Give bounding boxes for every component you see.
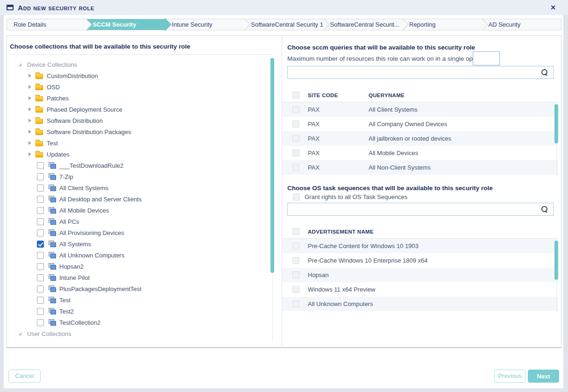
collection-checkbox[interactable]: [37, 173, 44, 180]
collection-checkbox[interactable]: [37, 308, 44, 315]
task-row[interactable]: Pre-Cache Windows 10 Enterprise 1809 x64: [283, 253, 558, 268]
collection-checkbox[interactable]: [37, 319, 44, 326]
tree-collection-row[interactable]: TestCollection2: [7, 317, 269, 328]
tree-folder-row[interactable]: Updates: [7, 149, 269, 160]
tree-folder-label: CustomDistribution: [47, 72, 98, 79]
collection-checkbox[interactable]: [37, 285, 44, 292]
query-row-checkbox[interactable]: [292, 150, 299, 157]
max-resources-input[interactable]: [473, 51, 500, 65]
search-icon[interactable]: [541, 206, 548, 214]
collection-checkbox[interactable]: [37, 218, 44, 225]
task-row-checkbox[interactable]: [292, 271, 299, 278]
tree-collection-row[interactable]: Test: [7, 294, 269, 306]
query-row[interactable]: PAX All Company Owned Devices: [283, 117, 558, 131]
query-row-checkbox[interactable]: [292, 106, 299, 113]
tree-collection-row[interactable]: 7-Zip: [7, 171, 269, 182]
tree-collection-row[interactable]: ___TestDownloadRule2: [7, 160, 269, 171]
tree-folder-row[interactable]: Patches: [7, 93, 269, 104]
task-row-checkbox[interactable]: [292, 286, 299, 293]
caret-collapsed-icon[interactable]: [28, 107, 31, 111]
task-row[interactable]: Pre-Cache Content for Windows 10 1903: [283, 239, 558, 253]
tree-folder-row[interactable]: Phased Deployment Source: [7, 104, 269, 115]
tree-collection-row[interactable]: All Systems: [7, 238, 269, 249]
collection-checkbox[interactable]: [37, 207, 44, 214]
grant-all-checkbox[interactable]: [293, 193, 300, 200]
query-row-checkbox[interactable]: [292, 135, 299, 142]
wizard-tab[interactable]: AD Security: [482, 19, 561, 30]
query-row[interactable]: PAX All jailbroken or rooted devices: [283, 131, 558, 146]
tree-collection-row[interactable]: Intune Pilot: [7, 272, 269, 283]
collection-checkbox[interactable]: [37, 229, 44, 236]
site-code-column-header: SITE CODE: [308, 93, 360, 98]
tree-scrollbar-track[interactable]: [270, 58, 274, 342]
collection-checkbox[interactable]: [37, 252, 44, 259]
wizard-tab-label: SoftwareCentral Security 1: [251, 21, 323, 28]
tasks-scrollbar-thumb[interactable]: [554, 241, 558, 280]
previous-button[interactable]: Previous: [494, 370, 525, 383]
tree-collection-row[interactable]: All Client Systems: [7, 182, 269, 193]
task-row-checkbox[interactable]: [292, 257, 299, 264]
caret-collapsed-icon[interactable]: [28, 85, 31, 89]
tree-folder-row[interactable]: OSD: [7, 81, 269, 93]
wizard-tab[interactable]: Intune Security: [165, 19, 244, 30]
task-row-checkbox[interactable]: [292, 242, 299, 249]
caret-expanded-icon[interactable]: [18, 332, 21, 335]
tasks-search-input[interactable]: [288, 203, 553, 215]
caret-collapsed-icon[interactable]: [28, 74, 31, 78]
tree-collection-row[interactable]: All PCs: [7, 216, 269, 227]
caret-collapsed-icon[interactable]: [28, 130, 31, 134]
tree-collection-row[interactable]: PlusPackagesDeploymentTest: [7, 283, 269, 294]
caret-collapsed-icon[interactable]: [28, 96, 31, 100]
collection-checkbox[interactable]: [37, 196, 44, 203]
collection-checkbox[interactable]: [37, 162, 44, 169]
wizard-tab[interactable]: SCCM Security: [86, 19, 165, 30]
wizard-tab[interactable]: SoftwareCentral Security 1: [244, 19, 323, 30]
grant-all-row[interactable]: Grant rights to all OS Task Sequences: [293, 193, 407, 200]
tree-scrollbar-thumb[interactable]: [270, 58, 274, 273]
wizard-tab[interactable]: SoftwareCentral Securit...: [324, 19, 403, 30]
tree-root-user-collections[interactable]: User Collections: [7, 328, 269, 339]
caret-collapsed-icon[interactable]: [28, 119, 31, 122]
query-row-checkbox[interactable]: [292, 164, 299, 171]
select-all-tasks-checkbox[interactable]: [292, 228, 299, 235]
caret-collapsed-icon[interactable]: [28, 141, 31, 145]
tasks-scrollbar-track[interactable]: [554, 241, 558, 313]
next-button[interactable]: Next: [528, 370, 559, 383]
tree-folder-row[interactable]: Software Distribution: [7, 115, 269, 126]
tree-collection-row[interactable]: All Desktop and Server Clients: [7, 193, 269, 205]
collection-checkbox[interactable]: [37, 263, 44, 270]
tree-root-device-collections[interactable]: Device Collections: [7, 59, 269, 70]
task-row[interactable]: All Unknown Computers: [283, 297, 558, 311]
collection-checkbox[interactable]: [37, 274, 44, 281]
tree-folder-row[interactable]: Test: [7, 137, 269, 149]
query-row[interactable]: PAX All Mobile Devices: [283, 146, 558, 160]
wizard-tab-label: Role Details: [14, 21, 46, 28]
tree-folder-row[interactable]: CustomDistribution: [7, 70, 269, 81]
select-all-queries-checkbox[interactable]: [292, 92, 299, 99]
caret-collapsed-icon[interactable]: [28, 152, 31, 156]
tree-collection-row[interactable]: All Mobile Devices: [7, 205, 269, 216]
task-row-checkbox[interactable]: [292, 300, 299, 307]
queries-scrollbar-thumb[interactable]: [554, 104, 558, 143]
close-icon[interactable]: ✕: [545, 4, 561, 11]
tree-collection-row[interactable]: Test2: [7, 306, 269, 317]
tree-collection-row[interactable]: Hopsan2: [7, 261, 269, 272]
tree-collection-row[interactable]: All Unknown Computers: [7, 249, 269, 261]
cancel-button[interactable]: Cancel: [8, 370, 41, 383]
task-row[interactable]: Hopsan: [283, 268, 558, 282]
search-icon[interactable]: [541, 69, 548, 77]
collection-checkbox[interactable]: [37, 185, 44, 192]
wizard-tab[interactable]: Role Details: [7, 19, 86, 30]
queries-search-input[interactable]: [288, 66, 553, 78]
query-row[interactable]: PAX All Client Systems: [283, 102, 558, 117]
query-row-checkbox[interactable]: [292, 121, 299, 128]
caret-expanded-icon[interactable]: [18, 63, 21, 66]
wizard-tab[interactable]: Reporting: [403, 19, 482, 30]
task-row[interactable]: Windows 11 x64 Preview: [283, 282, 558, 297]
collection-checkbox[interactable]: [37, 297, 44, 304]
tree-folder-row[interactable]: Software Distribution Packages: [7, 126, 269, 137]
tree-collection-row[interactable]: All Provisioning Devices: [7, 227, 269, 238]
queries-scrollbar-track[interactable]: [554, 104, 558, 177]
collection-checkbox[interactable]: [37, 241, 44, 248]
query-row[interactable]: PAX All Non-Client Systems: [283, 160, 558, 175]
